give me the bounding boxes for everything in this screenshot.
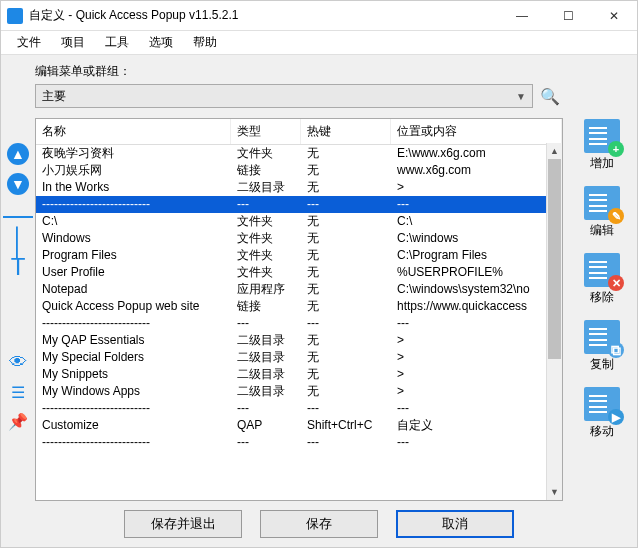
table-row[interactable]: Notepad应用程序无C:\windows\system32\no [36,281,562,298]
move-up-button[interactable]: ▲ [7,143,29,165]
table-row[interactable]: My Snippets二级目录无> [36,366,562,383]
save-exit-button[interactable]: 保存并退出 [124,510,242,538]
table-row[interactable]: C:\文件夹无C:\ [36,213,562,230]
move-down-button[interactable]: ▼ [7,173,29,195]
move-button[interactable]: ▶ 移动 [584,387,620,440]
remove-button[interactable]: ✕ 移除 [584,253,620,306]
table-row[interactable]: Program Files文件夹无C:\Program Files [36,247,562,264]
combo-value: 主要 [42,88,66,105]
table-row[interactable]: 小刀娱乐网链接无www.x6g.com [36,162,562,179]
list-icon[interactable]: ☰ [11,383,25,402]
text-icon[interactable]: T [11,255,26,279]
save-button[interactable]: 保存 [260,510,378,538]
search-button[interactable]: 🔍 [537,84,563,108]
close-button[interactable]: ✕ [591,1,637,31]
copy-button[interactable]: ⧉ 复制 [584,320,620,373]
scroll-down-icon[interactable]: ▼ [547,484,562,500]
add-button[interactable]: + 增加 [584,119,620,172]
combo-label: 编辑菜单或群组： [35,63,563,80]
x-icon: ✕ [608,275,624,291]
scrollbar[interactable]: ▲ ▼ [546,143,562,500]
group-combo[interactable]: 主要 ▼ [35,84,533,108]
app-icon [7,8,23,24]
pencil-icon: ✎ [608,208,624,224]
scroll-up-icon[interactable]: ▲ [547,143,562,159]
table-row[interactable]: My QAP Essentials二级目录无> [36,332,562,349]
copy-icon: ⧉ [608,342,624,358]
eye-icon[interactable]: 👁 [9,352,27,373]
table-row[interactable]: ------------------------------------ [36,434,562,451]
play-icon: ▶ [608,409,624,425]
col-name[interactable]: 名称 [36,119,231,144]
favorites-table: 名称 类型 热键 位置或内容 夜晚学习资料文件夹无E:\www.x6g.com小… [35,118,563,501]
table-row[interactable]: In the Works二级目录无> [36,179,562,196]
table-row[interactable]: ------------------------------------ [36,196,562,213]
window-title: 自定义 - Quick Access Popup v11.5.2.1 [29,7,499,24]
table-row[interactable]: User Profile文件夹无%USERPROFILE% [36,264,562,281]
scroll-thumb[interactable] [548,159,561,359]
table-row[interactable]: ------------------------------------ [36,315,562,332]
menu-item[interactable]: 项目 [53,32,93,53]
menu-tool[interactable]: 工具 [97,32,137,53]
table-row[interactable]: Quick Access Popup web site链接无https://ww… [36,298,562,315]
col-location[interactable]: 位置或内容 [391,119,562,144]
table-row[interactable]: ------------------------------------ [36,400,562,417]
table-row[interactable]: 夜晚学习资料文件夹无E:\www.x6g.com [36,145,562,162]
menu-help[interactable]: 帮助 [185,32,225,53]
separator-h-icon[interactable]: — [3,203,33,227]
cancel-button[interactable]: 取消 [396,510,514,538]
table-row[interactable]: Windows文件夹无C:\windows [36,230,562,247]
table-row[interactable]: My Windows Apps二级目录无> [36,383,562,400]
menu-file[interactable]: 文件 [9,32,49,53]
maximize-button[interactable]: ☐ [545,1,591,31]
table-row[interactable]: My Special Folders二级目录无> [36,349,562,366]
chevron-down-icon: ▼ [516,91,526,102]
plus-icon: + [608,141,624,157]
col-type[interactable]: 类型 [231,119,301,144]
menu-bar: 文件 项目 工具 选项 帮助 [1,31,637,55]
separator-v-icon[interactable]: │ [10,229,26,253]
col-hotkey[interactable]: 热键 [301,119,391,144]
edit-button[interactable]: ✎ 编辑 [584,186,620,239]
menu-option[interactable]: 选项 [141,32,181,53]
minimize-button[interactable]: — [499,1,545,31]
pin-icon[interactable]: 📌 [8,412,28,431]
table-row[interactable]: CustomizeQAPShift+Ctrl+C自定义 [36,417,562,434]
